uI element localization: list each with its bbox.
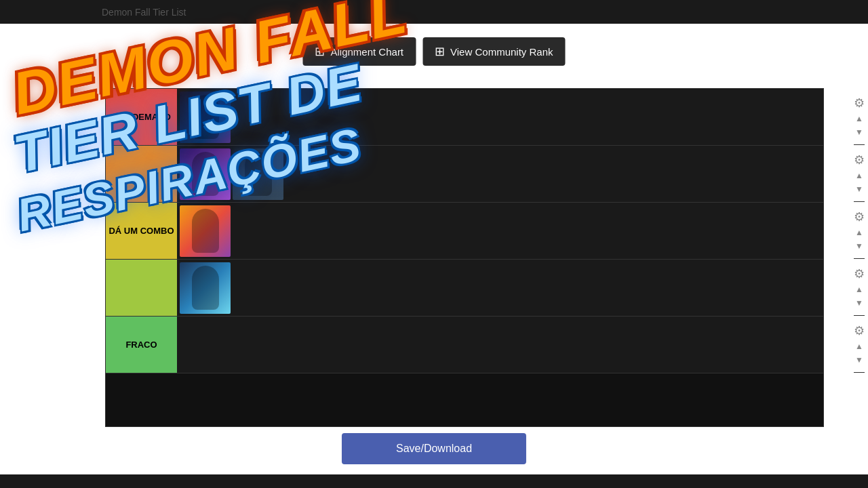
down-arrow-s[interactable]: ▼ — [855, 127, 863, 137]
row-ctrl-d: ⚙ ▲ ▼ — [854, 316, 865, 373]
up-arrow-c[interactable]: ▲ — [855, 285, 863, 294]
community-rank-icon: ⊞ — [435, 44, 445, 59]
tier-card[interactable] — [233, 148, 283, 200]
page-title: Demon Fall Tier List — [102, 7, 186, 18]
side-controls: ⚙ ▲ ▼ ⚙ ▲ ▼ ⚙ ▲ ▼ ⚙ ▲ ▼ ⚙ ▲ ▼ — [854, 88, 865, 373]
gear-icon-d[interactable]: ⚙ — [854, 323, 865, 338]
down-arrow-a[interactable]: ▼ — [855, 184, 863, 194]
tier-content-a[interactable] — [177, 146, 823, 202]
row-ctrl-c: ⚙ ▲ ▼ — [854, 259, 865, 316]
view-community-rank-button[interactable]: ⊞ View Community Rank — [422, 37, 565, 66]
up-arrow-b[interactable]: ▲ — [855, 228, 863, 237]
tier-row-a — [106, 146, 823, 203]
tier-card[interactable] — [180, 148, 231, 200]
up-arrow-d[interactable]: ▲ — [855, 342, 863, 351]
alignment-chart-icon: ⊞ — [315, 44, 325, 59]
tier-card[interactable] — [180, 205, 231, 257]
tierlist-container: TOP DEMAND DÁ UM COMBO FRACO — [105, 88, 824, 427]
bottom-bar — [0, 474, 868, 488]
alignment-chart-label: Alignment Chart — [330, 46, 403, 58]
tier-label-d: FRACO — [106, 317, 177, 373]
tier-row-b: DÁ UM COMBO — [106, 203, 823, 260]
alignment-chart-button[interactable]: ⊞ Alignment Chart — [302, 37, 416, 66]
tier-label-a — [106, 146, 177, 202]
row-ctrl-s: ⚙ ▲ ▼ — [854, 88, 865, 145]
tier-content-d[interactable] — [177, 317, 823, 373]
gear-icon-s[interactable]: ⚙ — [854, 96, 865, 110]
gear-icon-b[interactable]: ⚙ — [854, 209, 865, 224]
tier-label-s: TOP DEMAND — [106, 89, 177, 145]
row-ctrl-a: ⚙ ▲ ▼ — [854, 145, 865, 202]
tier-content-b[interactable] — [177, 203, 823, 259]
tier-row-s: TOP DEMAND — [106, 89, 823, 146]
tier-label-b: DÁ UM COMBO — [106, 203, 177, 259]
tier-card[interactable] — [180, 92, 231, 143]
tier-content-c[interactable] — [177, 260, 823, 316]
save-download-container: Save/Download — [342, 433, 526, 464]
community-rank-label: View Community Rank — [450, 46, 553, 58]
down-arrow-c[interactable]: ▼ — [855, 298, 863, 308]
tier-label-c — [106, 260, 177, 316]
save-download-button[interactable]: Save/Download — [342, 433, 526, 464]
up-arrow-s[interactable]: ▲ — [855, 114, 863, 123]
tier-content-s[interactable] — [177, 89, 823, 145]
tier-row-c — [106, 260, 823, 317]
up-arrow-a[interactable]: ▲ — [855, 171, 863, 180]
gear-icon-a[interactable]: ⚙ — [854, 152, 865, 167]
row-ctrl-b: ⚙ ▲ ▼ — [854, 202, 865, 259]
down-arrow-b[interactable]: ▼ — [855, 241, 863, 251]
tier-card[interactable] — [180, 262, 231, 314]
toolbar: ⊞ Alignment Chart ⊞ View Community Rank — [302, 37, 565, 66]
gear-icon-c[interactable]: ⚙ — [854, 266, 865, 281]
down-arrow-d[interactable]: ▼ — [855, 355, 863, 365]
tier-row-d: FRACO — [106, 317, 823, 373]
